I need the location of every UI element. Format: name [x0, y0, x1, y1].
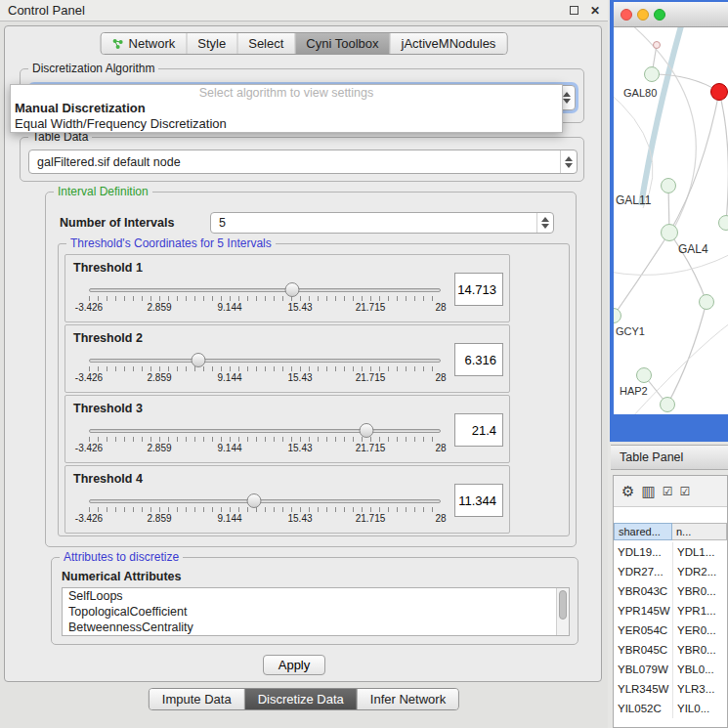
- network-node[interactable]: [660, 397, 675, 412]
- network-node[interactable]: [718, 215, 728, 231]
- tab-jactivemnodules[interactable]: jActiveMNodules: [391, 33, 507, 54]
- list-item-topologicalcoefficient[interactable]: TopologicalCoefficient: [63, 604, 569, 620]
- column-header-name[interactable]: n...: [672, 523, 727, 540]
- column-header-shared-name[interactable]: shared...: [614, 523, 672, 540]
- threshold-3-slider-thumb[interactable]: [360, 423, 374, 438]
- threshold-2-value-input[interactable]: [454, 343, 503, 376]
- cell-shared-name[interactable]: YER054C: [614, 621, 672, 640]
- cell-shared-name[interactable]: YBR043C: [614, 581, 672, 601]
- list-item-betweennesscentrality[interactable]: BetweennessCentrality: [63, 620, 569, 635]
- scale-label: -3.426: [75, 302, 103, 313]
- columns-icon[interactable]: ▥: [641, 484, 655, 498]
- cell-shared-name[interactable]: YLR345W: [614, 679, 672, 699]
- tab-label: Infer Network: [370, 692, 446, 707]
- scale-label: 2.859: [147, 513, 171, 524]
- tab-select[interactable]: Select: [237, 33, 295, 54]
- interval-definition-group: Interval Definition Number of Intervals …: [45, 192, 577, 547]
- zoom-traffic-light-icon[interactable]: [654, 9, 665, 21]
- tab-style[interactable]: Style: [187, 33, 237, 54]
- slider-ticks: [89, 437, 441, 442]
- network-node[interactable]: [636, 367, 652, 383]
- cell-shared-name[interactable]: YBL079W: [614, 660, 672, 679]
- list-scrollbar[interactable]: [556, 588, 569, 635]
- network-node[interactable]: [699, 294, 714, 310]
- network-node[interactable]: [661, 224, 678, 241]
- table-row[interactable]: YPR145W YPR1...: [614, 601, 727, 621]
- network-node[interactable]: [661, 178, 676, 193]
- thresholds-group-label: Threshold's Coordinates for 5 Intervals: [66, 236, 276, 250]
- tab-label: Discretize Data: [258, 692, 344, 707]
- cell-shared-name[interactable]: YIL052C: [614, 699, 672, 718]
- network-canvas[interactable]: GAL80 GAL11 GAL4 GCY1 HAP2: [614, 27, 728, 414]
- tab-label: Impute Data: [162, 692, 232, 707]
- tab-impute-data[interactable]: Impute Data: [150, 689, 245, 709]
- tab-network[interactable]: Network: [102, 33, 188, 54]
- network-node[interactable]: [653, 41, 661, 49]
- cell-shared-name[interactable]: YDR27...: [614, 562, 672, 581]
- tab-infer-network[interactable]: Infer Network: [358, 689, 458, 709]
- table-row[interactable]: YIL052C YIL0...: [614, 699, 727, 718]
- network-view-window: GAL80 GAL11 GAL4 GCY1 HAP2: [610, 0, 728, 442]
- cell-name[interactable]: YDL1...: [672, 542, 727, 562]
- network-node[interactable]: [644, 66, 660, 82]
- minimize-traffic-light-icon[interactable]: [637, 9, 649, 21]
- cell-name[interactable]: YPR1...: [672, 601, 727, 621]
- scale-label: -3.426: [75, 443, 103, 453]
- cell-shared-name[interactable]: YPR145W: [614, 601, 672, 621]
- slider-track[interactable]: [89, 429, 441, 433]
- slider-track[interactable]: [89, 288, 441, 292]
- float-window-icon[interactable]: [570, 6, 578, 15]
- cell-name[interactable]: YLR3...: [672, 679, 727, 699]
- slider-track[interactable]: [89, 359, 441, 363]
- table-row[interactable]: YBR043C YBR0...: [614, 581, 727, 601]
- cell-name[interactable]: YIL0...: [672, 699, 727, 718]
- table-row[interactable]: YER054C YER0...: [614, 621, 727, 640]
- table-row[interactable]: YBR045C YBR0...: [614, 640, 727, 660]
- threshold-4-slider-thumb[interactable]: [247, 493, 262, 508]
- close-icon[interactable]: ✕: [590, 4, 600, 18]
- threshold-2-slider-thumb[interactable]: [191, 353, 205, 367]
- threshold-2-row: Threshold 2 -3.426 2.859 9.144 15.43 21.…: [64, 324, 510, 393]
- threshold-1-slider-thumb[interactable]: [284, 282, 299, 297]
- threshold-4-row: Threshold 4 -3.426 2.859 9.144 15.43 21.…: [64, 465, 510, 534]
- list-scrollbar-thumb[interactable]: [559, 590, 567, 620]
- cell-name[interactable]: YDR2...: [672, 562, 727, 581]
- cell-shared-name[interactable]: YBR045C: [614, 640, 672, 660]
- scale-label: 21.715: [356, 372, 386, 383]
- interval-definition-group-label: Interval Definition: [54, 185, 152, 198]
- numerical-attributes-list[interactable]: SelfLoops TopologicalCoefficient Between…: [62, 587, 570, 636]
- bottom-tab-bar: Impute Data Discretize Data Infer Networ…: [149, 688, 459, 710]
- table-data-select[interactable]: galFiltered.sif default node: [28, 150, 578, 174]
- scale-label: 15.43: [287, 513, 312, 524]
- threshold-3-value-input[interactable]: [454, 413, 503, 447]
- slider-track[interactable]: [89, 499, 441, 503]
- menu-item-manual-discretization[interactable]: Manual Discretization: [11, 101, 562, 116]
- number-of-intervals-select[interactable]: 5: [210, 212, 554, 234]
- node-label-hap2: HAP2: [620, 385, 648, 397]
- cell-name[interactable]: YBR0...: [672, 581, 727, 601]
- number-of-intervals-label: Number of Intervals: [60, 212, 174, 234]
- tab-discretize-data[interactable]: Discretize Data: [245, 689, 358, 709]
- tab-label: Style: [197, 36, 226, 51]
- table-row[interactable]: YDR27... YDR2...: [614, 562, 727, 581]
- table-row[interactable]: YDL19... YDL1...: [614, 542, 727, 562]
- menu-item-equal-width-frequency[interactable]: Equal Width/Frequency Discretization: [11, 116, 562, 132]
- threshold-4-value-input[interactable]: [454, 484, 503, 517]
- threshold-1-value-input[interactable]: [454, 273, 503, 306]
- cell-name[interactable]: YBL0...: [672, 660, 727, 679]
- close-traffic-light-icon[interactable]: [621, 9, 632, 21]
- scale-label: 2.859: [147, 302, 171, 313]
- table-row[interactable]: YLR345W YLR3...: [614, 679, 727, 699]
- cell-name[interactable]: YER0...: [672, 621, 727, 640]
- table-row[interactable]: YBL079W YBL0...: [614, 660, 727, 679]
- table-header-row: shared... n...: [614, 523, 727, 540]
- select-none-checkbox-icon[interactable]: ☑: [679, 486, 690, 497]
- network-node-highlighted[interactable]: [710, 83, 728, 101]
- list-item-selfloops[interactable]: SelfLoops: [63, 588, 569, 604]
- cell-name[interactable]: YBR0...: [672, 640, 727, 660]
- tab-cyni-toolbox[interactable]: Cyni Toolbox: [295, 33, 390, 54]
- apply-button[interactable]: Apply: [263, 655, 325, 675]
- gear-icon[interactable]: ⚙: [621, 484, 634, 498]
- cell-shared-name[interactable]: YDL19...: [614, 542, 672, 562]
- select-all-checkbox-icon[interactable]: ☑: [663, 486, 673, 497]
